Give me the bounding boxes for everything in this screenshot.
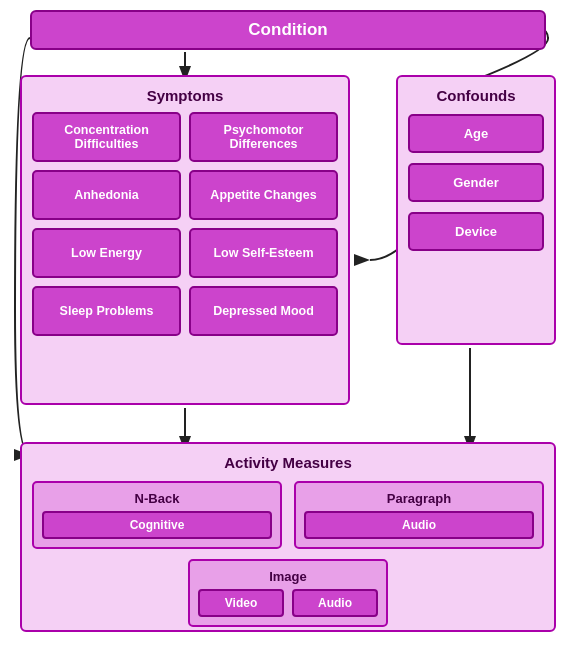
confound-age: Age <box>408 114 544 153</box>
condition-box: Condition <box>30 10 546 50</box>
paragraph-audio: Audio <box>304 511 534 539</box>
activity-title: Activity Measures <box>32 454 544 471</box>
confound-device: Device <box>408 212 544 251</box>
image-box: Image Video Audio <box>188 559 388 627</box>
symptoms-outer-box: Symptoms Concentration Difficulties Psyc… <box>20 75 350 405</box>
symptom-anhedonia: Anhedonia <box>32 170 181 220</box>
confounds-outer-box: Confounds Age Gender Device <box>396 75 556 345</box>
symptom-depressed-mood: Depressed Mood <box>189 286 338 336</box>
symptom-low-energy: Low Energy <box>32 228 181 278</box>
symptom-appetite: Appetite Changes <box>189 170 338 220</box>
image-audio: Audio <box>292 589 378 617</box>
confounds-title: Confounds <box>408 87 544 104</box>
nback-cognitive: Cognitive <box>42 511 272 539</box>
nback-label: N-Back <box>42 491 272 506</box>
image-video: Video <box>198 589 284 617</box>
confounds-grid: Age Gender Device <box>408 114 544 251</box>
symptoms-title: Symptoms <box>32 87 338 104</box>
paragraph-label: Paragraph <box>304 491 534 506</box>
activity-outer-box: Activity Measures N-Back Cognitive Parag… <box>20 442 556 632</box>
symptom-psychomotor: Psychomotor Differences <box>189 112 338 162</box>
diagram-container: Condition Symptoms Concentration Difficu… <box>10 10 566 642</box>
symptom-concentration: Concentration Difficulties <box>32 112 181 162</box>
symptoms-grid: Concentration Difficulties Psychomotor D… <box>32 112 338 336</box>
condition-label: Condition <box>248 20 327 39</box>
symptom-low-self-esteem: Low Self-Esteem <box>189 228 338 278</box>
image-subs: Video Audio <box>198 589 378 617</box>
confound-gender: Gender <box>408 163 544 202</box>
symptom-sleep: Sleep Problems <box>32 286 181 336</box>
nback-box: N-Back Cognitive <box>32 481 282 549</box>
image-label: Image <box>198 569 378 584</box>
paragraph-box: Paragraph Audio <box>294 481 544 549</box>
